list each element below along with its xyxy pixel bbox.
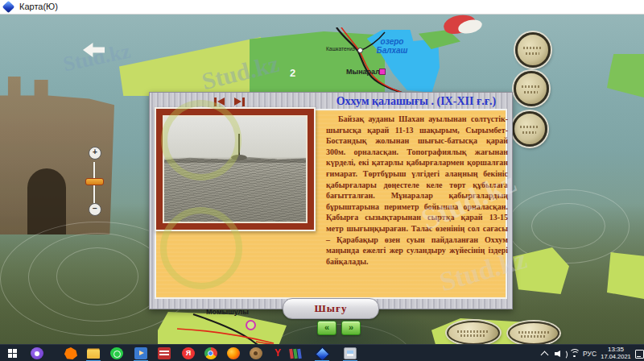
map-app-canvas: озеро Балхаш Кашкатениз Мынарал Момышулы… <box>0 14 644 344</box>
app-icon <box>2 1 15 14</box>
coin-button-1[interactable] <box>515 32 551 68</box>
oval-coin-button-2[interactable] <box>508 322 559 344</box>
volume-icon[interactable] <box>555 350 566 358</box>
image-viewer-icon[interactable] <box>344 347 357 359</box>
site-photo <box>155 107 316 231</box>
game-app-icon[interactable] <box>250 347 262 359</box>
tray-expand-icon[interactable] <box>541 351 549 359</box>
whatsapp-icon[interactable] <box>110 347 123 359</box>
zoom-out-button[interactable]: − <box>89 203 101 216</box>
map-region-light[interactable] <box>119 35 261 96</box>
page-next-button[interactable]: » <box>341 321 361 335</box>
php-app-icon[interactable] <box>158 347 171 359</box>
town-label-mynaral: Мынарал <box>346 68 380 76</box>
next-site-arrow-icon[interactable] <box>233 97 246 107</box>
file-explorer-icon[interactable] <box>87 350 100 359</box>
screen: Карта(Ю) <box>0 0 644 361</box>
town-marker-square <box>379 68 386 75</box>
y-app-icon[interactable]: Y <box>271 347 284 359</box>
region-number: 2 <box>290 67 295 79</box>
town-marker-circle <box>246 320 256 330</box>
oval-coin-button-1[interactable] <box>447 321 500 344</box>
chrome-icon[interactable] <box>204 347 217 359</box>
exit-button[interactable]: Шығу <box>283 298 379 319</box>
yandex-browser-icon[interactable]: Я <box>182 347 195 359</box>
assistant-icon[interactable] <box>31 347 43 359</box>
antivirus-icon[interactable] <box>64 347 77 359</box>
site-info-dialog: Оххум қалашығы . (IX-XII ғ.ғ.) Байзақ ау… <box>149 92 513 309</box>
taskbar: Я Y РУС 13:35 17.04.2021 <box>0 344 644 361</box>
town-label-kashkateniz: Кашкатениз <box>326 46 355 52</box>
window-titlebar: Карта(Ю) <box>0 0 644 15</box>
start-button[interactable] <box>6 347 19 359</box>
network-icon[interactable] <box>569 349 580 358</box>
back-arrow-icon[interactable] <box>83 43 105 57</box>
zoom-in-button[interactable]: + <box>89 147 101 160</box>
zoom-slider-handle[interactable] <box>85 178 104 185</box>
town-marker-dot <box>357 48 363 53</box>
winrar-icon[interactable] <box>289 347 302 359</box>
karta-app-icon[interactable] <box>316 347 328 359</box>
page-prev-button[interactable]: « <box>317 321 336 335</box>
media-player-icon[interactable] <box>134 347 147 359</box>
firefox-icon[interactable] <box>227 347 240 359</box>
action-center-icon[interactable] <box>635 350 644 359</box>
dialog-body-text: Байзақ ауданы Шахан ауылынан солтүстік-ш… <box>326 114 508 267</box>
coin-button-2[interactable] <box>514 71 549 106</box>
logo-swirl-red <box>440 14 485 36</box>
clock-date: 17.04.2021 <box>599 354 633 360</box>
window-title: Карта(Ю) <box>19 2 58 11</box>
map-fragment-east[interactable] <box>607 54 644 98</box>
roads-railways-top <box>314 27 435 96</box>
map-fragment-east-lower[interactable] <box>607 252 644 299</box>
dialog-title: Оххум қалашығы . (IX-XII ғ.ғ.) <box>323 93 510 110</box>
fortress-gate <box>27 168 66 234</box>
language-indicator[interactable]: РУС <box>583 350 597 358</box>
clock[interactable]: 13:35 17.04.2021 <box>599 346 633 360</box>
coin-button-3[interactable] <box>512 111 547 147</box>
prev-site-arrow-icon[interactable] <box>213 97 226 107</box>
